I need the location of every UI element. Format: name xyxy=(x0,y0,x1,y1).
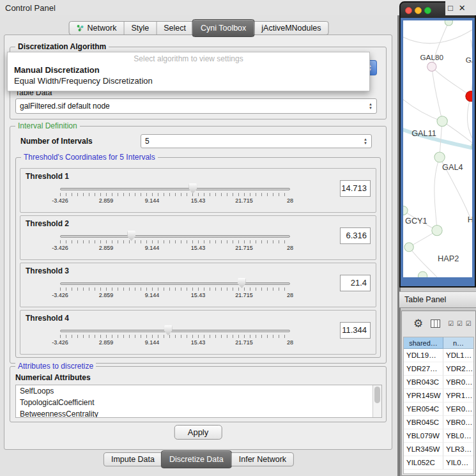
threshold-value-field[interactable]: 21.4 xyxy=(340,275,371,291)
interval-definition-group: Interval Definition Number of Intervals … xyxy=(10,126,387,364)
tab-label: Discretize Data xyxy=(169,455,224,464)
column-header-shared-name[interactable]: shared… xyxy=(404,337,443,349)
close-icon[interactable]: ✕ xyxy=(459,3,466,13)
network-node-selected-red[interactable] xyxy=(466,91,472,102)
tab-impute-data[interactable]: Impute Data xyxy=(104,453,162,466)
numerical-attributes-label: Numerical Attributes xyxy=(15,373,91,382)
threshold-label: Threshold 4 xyxy=(26,314,69,323)
threshold-slider[interactable]: -3.4262.8599.14415.4321.71528 xyxy=(60,325,290,350)
minimize-traffic-light-icon[interactable] xyxy=(415,7,422,14)
tab-network[interactable]: Network xyxy=(70,22,124,35)
slider-ticks xyxy=(60,288,290,291)
network-node-gcy1[interactable] xyxy=(403,206,408,215)
close-traffic-light-icon[interactable] xyxy=(405,7,412,14)
tab-style[interactable]: Style xyxy=(123,22,156,35)
table-panel-titlebar: Table Panel xyxy=(399,291,476,308)
network-node-gal80[interactable] xyxy=(427,62,436,71)
thresholds-group: Threshold's Coordinates for 5 Intervals … xyxy=(15,157,381,358)
threshold-slider-thumb[interactable] xyxy=(164,325,173,335)
node-label: GCY1 xyxy=(405,217,427,226)
scale-label: 21.715 xyxy=(235,292,253,298)
threshold-slider-thumb[interactable] xyxy=(238,278,246,288)
network-node-hap2[interactable] xyxy=(418,272,427,277)
panel-window-buttons: □ ✕ xyxy=(445,0,476,15)
cell: YLR3… xyxy=(443,443,473,456)
table-row[interactable]: YER054CYER0… xyxy=(404,403,473,416)
scale-label: 28 xyxy=(287,292,293,298)
scale-label: 21.715 xyxy=(235,197,253,204)
table-row[interactable]: YDR27…YDR2… xyxy=(404,362,473,376)
threshold-slider[interactable]: -3.4262.8599.14415.4321.71528 xyxy=(60,230,290,256)
threshold-slider[interactable]: -3.4262.8599.14415.4321.71528 xyxy=(60,277,290,303)
table-row[interactable]: YBR045CYBR0… xyxy=(404,416,473,429)
threshold-value-field[interactable]: 6.316 xyxy=(340,227,371,244)
threshold-slider-thumb[interactable] xyxy=(188,183,197,194)
number-of-intervals-combobox[interactable]: 5 xyxy=(141,134,372,148)
threshold-slider[interactable]: -3.4262.8599.14415.4321.71528 xyxy=(60,183,290,208)
slider-track[interactable] xyxy=(60,188,290,190)
cyni-bottom-tabs: Impute Data Discretize Data Infer Networ… xyxy=(104,452,294,466)
scale-label: 21.715 xyxy=(235,339,253,346)
tab-select[interactable]: Select xyxy=(156,22,193,35)
node-label: HAP2 xyxy=(438,254,459,263)
columns-icon[interactable] xyxy=(431,319,440,328)
scrollbar-thumb[interactable] xyxy=(374,387,380,403)
number-of-intervals-label: Number of Intervals xyxy=(20,137,93,146)
network-node-gal11[interactable] xyxy=(437,116,447,127)
list-item[interactable]: SelfLoops xyxy=(16,385,381,397)
attributes-legend: Attributes to discretize xyxy=(15,362,96,371)
popup-item-equal-width-frequency[interactable]: Equal Width/Frequency Discretization xyxy=(8,75,369,86)
scale-label: 15.43 xyxy=(191,339,206,346)
scale-label: 21.715 xyxy=(235,245,253,251)
table-data-combobox[interactable]: galFiltered.sif default node xyxy=(15,98,377,114)
float-window-icon[interactable]: □ xyxy=(448,3,453,13)
network-node[interactable] xyxy=(432,226,442,236)
interval-definition-legend: Interval Definition xyxy=(15,121,80,130)
tab-infer-network[interactable]: Infer Network xyxy=(231,453,293,466)
control-panel: Network Style Select Cyni Toolbox jActiv… xyxy=(0,15,397,476)
network-graph: GAL80 GA GAL11 GAL4 GCY1 HAP2 H xyxy=(403,20,472,277)
scale-label: 9.144 xyxy=(145,339,160,346)
threshold-3-card: Threshold 3 -3.4262.8599.14415.4321.7152… xyxy=(20,263,376,307)
tab-jactivemnodules[interactable]: jActiveMNodules xyxy=(254,22,328,35)
node-label: GAL11 xyxy=(411,129,436,138)
list-scrollbar[interactable] xyxy=(372,385,381,417)
numerical-attributes-list[interactable]: SelfLoops TopologicalCoefficient Between… xyxy=(15,385,382,418)
cell: YBL0… xyxy=(443,429,473,443)
table-row[interactable]: YLR345WYLR3… xyxy=(404,443,473,456)
table-row[interactable]: YDL19…YDL1… xyxy=(404,349,473,362)
slider-track[interactable] xyxy=(60,235,290,238)
cell: YIL052C xyxy=(404,456,443,470)
gear-icon[interactable]: ⚙ xyxy=(413,317,423,330)
cell: YBL079W xyxy=(404,429,443,443)
threshold-value-field[interactable]: 14.713 xyxy=(340,180,371,197)
tab-label: Cyni Toolbox xyxy=(201,24,246,33)
network-canvas[interactable]: GAL80 GA GAL11 GAL4 GCY1 HAP2 H xyxy=(401,18,475,286)
scale-label: 9.144 xyxy=(145,197,160,204)
network-node-gal4[interactable] xyxy=(434,152,445,162)
threshold-value-field[interactable]: 11.344 xyxy=(340,322,371,339)
table-row[interactable]: YPR145WYPR1… xyxy=(404,389,473,403)
scale-label: 9.144 xyxy=(145,292,160,298)
threshold-slider-thumb[interactable] xyxy=(127,231,135,241)
checkbox-icons[interactable]: ☑ ☑ ☑ xyxy=(448,320,472,327)
cell: YDR2… xyxy=(443,362,473,376)
network-node[interactable] xyxy=(445,20,452,26)
slider-track[interactable] xyxy=(60,330,290,332)
zoom-traffic-light-icon[interactable] xyxy=(424,7,431,14)
slider-track[interactable] xyxy=(60,282,290,285)
table-row[interactable]: YBL079WYBL0… xyxy=(404,429,473,443)
threshold-label: Threshold 1 xyxy=(26,172,69,181)
apply-button[interactable]: Apply xyxy=(174,425,222,440)
popup-item-manual-discretization[interactable]: Manual Discretization xyxy=(8,65,369,75)
table-row[interactable]: YIL052CYIL0… xyxy=(404,456,473,470)
list-item[interactable]: TopologicalCoefficient xyxy=(16,397,381,408)
column-header-name[interactable]: n… xyxy=(443,337,473,349)
list-item[interactable]: BetweennessCentrality xyxy=(16,408,381,418)
tab-cyni-toolbox[interactable]: Cyni Toolbox xyxy=(192,19,254,37)
table-row[interactable]: YBR043CYBR0… xyxy=(404,376,473,389)
network-node[interactable] xyxy=(404,243,413,252)
node-attribute-table: shared… n… YDL19…YDL1… YDR27…YDR2… YBR04… xyxy=(403,337,474,474)
tab-discretize-data[interactable]: Discretize Data xyxy=(161,450,232,468)
scale-label: 15.43 xyxy=(191,197,206,204)
